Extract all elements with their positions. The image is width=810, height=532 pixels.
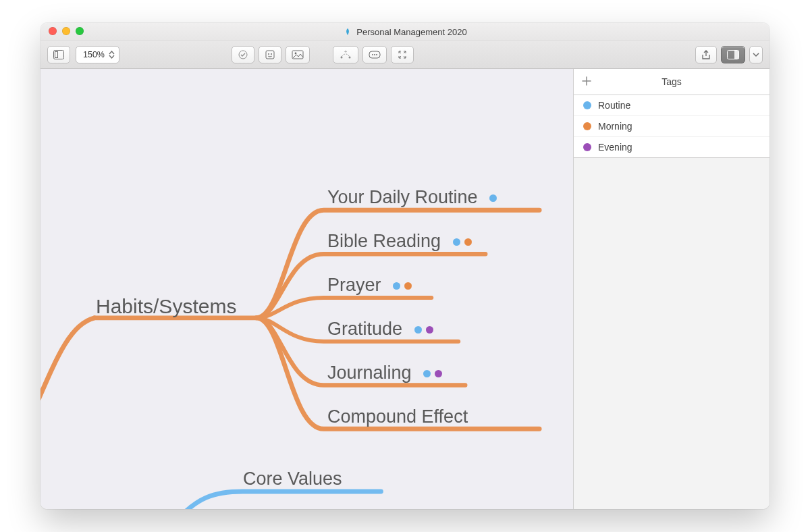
node-tags	[393, 282, 412, 290]
mindmap-sibling-node[interactable]: Core Values	[243, 469, 342, 489]
tags-panel-title: Tags	[574, 76, 770, 87]
mindmap-child-node[interactable]: Gratitude	[327, 319, 433, 340]
mindmap-child-node[interactable]: Your Daily Routine	[327, 188, 497, 208]
tag-dot-routine	[414, 326, 422, 334]
tag-dot-morning	[464, 238, 472, 246]
share-button[interactable]	[695, 46, 717, 63]
node-label: Core Values	[243, 469, 342, 489]
node-label: Gratitude	[327, 319, 402, 339]
tag-label: Routine	[598, 100, 630, 111]
svg-point-13	[374, 54, 375, 55]
svg-point-7	[295, 53, 297, 55]
tag-color-swatch	[583, 101, 591, 109]
node-label: Habits/Systems	[96, 295, 236, 317]
zoom-button[interactable]	[76, 27, 84, 35]
mindmap-child-node[interactable]: Compound Effect	[327, 407, 468, 427]
tag-list: Routine Morning Evening	[574, 95, 770, 158]
tag-item-evening[interactable]: Evening	[574, 137, 770, 157]
mindmap-child-node[interactable]: Journaling	[327, 363, 442, 383]
content-area: Habits/Systems Your Daily Routine Bible …	[40, 69, 770, 509]
node-tags	[423, 370, 442, 377]
svg-point-4	[268, 53, 269, 55]
svg-point-14	[376, 54, 377, 55]
tag-dot-evening	[426, 326, 433, 334]
svg-rect-1	[55, 52, 58, 58]
app-window: Personal Management 2020 150%	[40, 23, 770, 509]
zoom-value: 150%	[83, 50, 105, 59]
tag-item-routine[interactable]: Routine	[574, 95, 770, 116]
toggle-outline-button[interactable]	[47, 46, 70, 63]
connect-button[interactable]: +	[333, 46, 358, 63]
tag-label: Evening	[598, 142, 632, 153]
svg-text:+: +	[344, 50, 348, 55]
node-label: Journaling	[327, 363, 412, 383]
minimize-button[interactable]	[62, 27, 70, 35]
svg-point-5	[271, 53, 272, 55]
toolbar: 150% +	[40, 41, 770, 69]
svg-rect-16	[734, 51, 739, 59]
node-label: Your Daily Routine	[327, 187, 478, 207]
svg-point-12	[372, 54, 373, 55]
svg-point-9	[348, 57, 350, 59]
titlebar: Personal Management 2020	[40, 23, 770, 41]
svg-point-2	[239, 51, 247, 59]
node-label: Compound Effect	[327, 406, 468, 427]
tag-dot-evening	[435, 370, 442, 377]
node-tags	[453, 238, 472, 246]
tag-dot-routine	[393, 282, 400, 290]
document-icon	[343, 27, 352, 36]
tag-item-morning[interactable]: Morning	[574, 116, 770, 137]
window-title: Personal Management 2020	[356, 27, 466, 37]
tag-color-swatch	[583, 143, 591, 151]
zoom-select[interactable]: 150%	[76, 46, 119, 63]
inspector-menu-button[interactable]	[749, 46, 763, 63]
tag-label: Morning	[598, 121, 632, 132]
tag-dot-routine	[489, 194, 497, 202]
mindmap-canvas[interactable]: Habits/Systems Your Daily Routine Bible …	[40, 69, 573, 509]
svg-rect-3	[266, 51, 274, 59]
zoom-stepper[interactable]	[109, 51, 115, 59]
window-title-area: Personal Management 2020	[40, 27, 770, 37]
task-button[interactable]	[232, 46, 254, 63]
window-controls	[49, 27, 84, 35]
node-tags	[414, 326, 433, 334]
tag-dot-routine	[423, 370, 431, 377]
tags-panel-header: Tags	[574, 69, 770, 95]
fold-button[interactable]	[391, 46, 414, 63]
notes-button[interactable]	[362, 46, 387, 63]
close-button[interactable]	[49, 27, 57, 35]
tag-color-swatch	[583, 122, 591, 130]
inspector-toggle-button[interactable]	[721, 46, 745, 63]
add-tag-button[interactable]	[582, 76, 591, 88]
tag-dot-routine	[453, 238, 460, 246]
tag-dot-morning	[404, 282, 412, 290]
node-tags	[489, 194, 497, 202]
mindmap-child-node[interactable]: Bible Reading	[327, 232, 472, 252]
mindmap-root-node[interactable]: Habits/Systems	[96, 295, 236, 317]
mindmap-child-node[interactable]: Prayer	[327, 275, 412, 296]
node-label: Prayer	[327, 275, 381, 295]
branch-lines	[40, 69, 573, 509]
node-label: Bible Reading	[327, 231, 441, 251]
sticker-button[interactable]	[259, 46, 281, 63]
media-button[interactable]	[286, 46, 310, 63]
tags-panel: Tags Routine Morning Evening	[573, 69, 770, 509]
